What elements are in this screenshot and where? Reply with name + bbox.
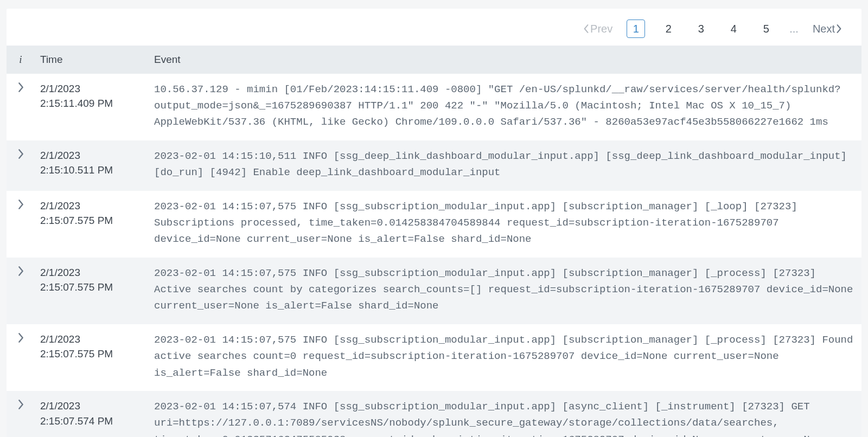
chevron-right-icon — [18, 200, 24, 211]
event-raw[interactable]: 2023-02-01 14:15:07,574 INFO [ssg_subscr… — [149, 391, 861, 437]
page-2[interactable]: 2 — [659, 20, 678, 38]
event-raw[interactable]: 10.56.37.129 - mimin [01/Feb/2023:14:15:… — [149, 74, 861, 140]
event-raw[interactable]: 2023-02-01 14:15:07,575 INFO [ssg_subscr… — [149, 324, 861, 391]
chevron-right-icon — [18, 400, 24, 412]
chevron-left-icon — [583, 24, 589, 33]
event-date-value: 2/1/2023 — [40, 148, 143, 163]
events-panel: Prev 1 2 3 4 5 ... Next i — [7, 9, 861, 437]
page-1[interactable]: 1 — [627, 20, 645, 38]
expand-toggle[interactable] — [7, 258, 35, 324]
event-time: 2/1/20232:15:10.511 PM — [35, 140, 149, 191]
pagination: Prev 1 2 3 4 5 ... Next — [7, 9, 861, 46]
event-date-value: 2/1/2023 — [40, 265, 143, 280]
event-date-value: 2/1/2023 — [40, 332, 143, 347]
event-date-value: 2/1/2023 — [40, 198, 143, 214]
event-raw[interactable]: 2023-02-01 14:15:07,575 INFO [ssg_subscr… — [149, 191, 861, 258]
table-row: 2/1/20232:15:07.575 PM2023-02-01 14:15:0… — [7, 324, 861, 391]
chevron-right-icon — [18, 267, 24, 278]
event-time: 2/1/20232:15:07.575 PM — [35, 258, 149, 324]
page-5[interactable]: 5 — [757, 20, 775, 38]
event-raw[interactable]: 2023-02-01 14:15:07,575 INFO [ssg_subscr… — [149, 258, 861, 324]
next-button[interactable]: Next — [813, 21, 842, 37]
table-row: 2/1/20232:15:07.575 PM2023-02-01 14:15:0… — [7, 258, 861, 324]
event-time-value: 2:15:07.575 PM — [40, 213, 143, 228]
event-time-value: 2:15:07.575 PM — [40, 346, 143, 362]
table-row: 2/1/20232:15:07.574 PM2023-02-01 14:15:0… — [7, 391, 861, 437]
table-row: 2/1/20232:15:11.409 PM10.56.37.129 - mim… — [7, 74, 861, 140]
page-ellipsis: ... — [789, 21, 799, 37]
event-raw[interactable]: 2023-02-01 14:15:10,511 INFO [ssg_deep_l… — [149, 140, 861, 191]
expand-toggle[interactable] — [7, 74, 35, 140]
event-date-value: 2/1/2023 — [40, 81, 143, 97]
table-row: 2/1/20232:15:10.511 PM2023-02-01 14:15:1… — [7, 140, 861, 191]
event-time: 2/1/20232:15:07.575 PM — [35, 324, 149, 391]
chevron-right-icon — [18, 83, 24, 94]
event-time-value: 2:15:10.511 PM — [40, 163, 143, 178]
expand-toggle[interactable] — [7, 191, 35, 258]
expand-toggle[interactable] — [7, 324, 35, 391]
prev-button[interactable]: Prev — [583, 21, 612, 37]
page-4[interactable]: 4 — [724, 20, 743, 38]
events-table: i Time Event 2/1/20232:15:11.409 PM10.56… — [7, 46, 861, 437]
chevron-right-icon — [18, 150, 24, 161]
event-time: 2/1/20232:15:07.575 PM — [35, 191, 149, 258]
column-header-event[interactable]: Event — [149, 46, 861, 74]
column-header-time[interactable]: Time — [35, 46, 149, 74]
event-time-value: 2:15:11.409 PM — [40, 96, 143, 111]
prev-label: Prev — [590, 21, 612, 37]
chevron-right-icon — [836, 24, 842, 33]
page-3[interactable]: 3 — [692, 20, 710, 38]
expand-toggle[interactable] — [7, 391, 35, 437]
event-time-value: 2:15:07.575 PM — [40, 280, 143, 295]
chevron-right-icon — [18, 333, 24, 345]
event-time-value: 2:15:07.574 PM — [40, 414, 143, 429]
table-row: 2/1/20232:15:07.575 PM2023-02-01 14:15:0… — [7, 191, 861, 258]
expand-toggle[interactable] — [7, 140, 35, 191]
column-header-info[interactable]: i — [7, 46, 35, 74]
event-date-value: 2/1/2023 — [40, 399, 143, 414]
event-time: 2/1/20232:15:11.409 PM — [35, 74, 149, 140]
event-time: 2/1/20232:15:07.574 PM — [35, 391, 149, 437]
next-label: Next — [813, 21, 835, 37]
